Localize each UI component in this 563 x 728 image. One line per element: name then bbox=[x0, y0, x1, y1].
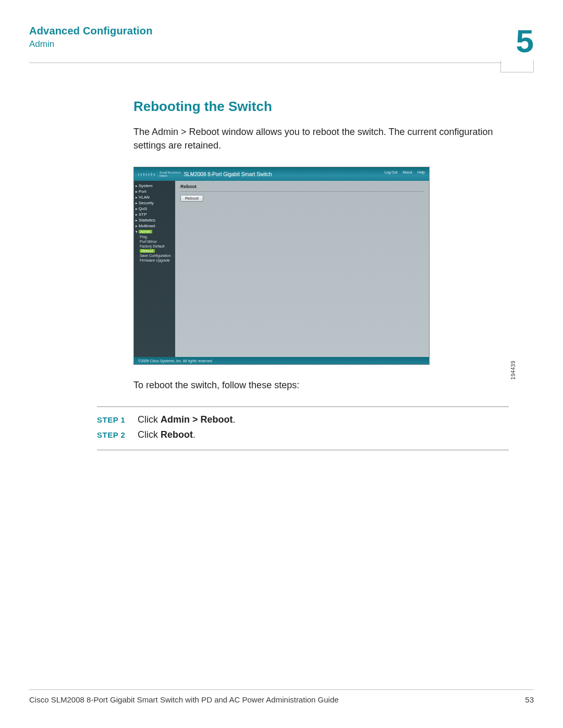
nav-sub-item[interactable]: Port Mirror bbox=[136, 239, 174, 244]
nav-item[interactable]: System bbox=[136, 183, 174, 189]
nav-item[interactable]: QoS bbox=[136, 206, 174, 212]
nav-sub-item[interactable]: Ping bbox=[136, 235, 174, 239]
embedded-screenshot: ıılıılı Small Business cisco SLM2008 8-P… bbox=[133, 167, 430, 365]
brand-logo-text: cisco bbox=[160, 174, 181, 177]
step-row: STEP 1 Click Admin > Reboot. bbox=[97, 414, 509, 425]
breadcrumb: Admin bbox=[29, 39, 153, 50]
steps-block: STEP 1 Click Admin > Reboot. STEP 2 Clic… bbox=[97, 406, 509, 450]
page-number: 53 bbox=[525, 695, 534, 704]
step-text: Click Reboot. bbox=[138, 429, 195, 440]
step-label: STEP 2 bbox=[97, 430, 138, 439]
step-text: Click Admin > Reboot. bbox=[138, 414, 236, 425]
reboot-button[interactable]: Reboot bbox=[180, 195, 203, 202]
nav-item[interactable]: Statistics bbox=[136, 217, 174, 223]
nav-sub-item[interactable]: Firmware Upgrade bbox=[136, 258, 174, 263]
nav-sub-item[interactable]: Factory Default bbox=[136, 244, 174, 249]
nav-item[interactable]: Multicast bbox=[136, 223, 174, 229]
post-image-text: To reboot the switch, follow these steps… bbox=[133, 378, 509, 392]
steps-rule-top bbox=[97, 406, 509, 407]
nav-item[interactable]: Security bbox=[136, 200, 174, 206]
main-panel: Reboot Reboot bbox=[175, 181, 429, 357]
section-intro: The Admin > Reboot window allows you to … bbox=[133, 125, 509, 152]
nav-item[interactable]: Port bbox=[136, 189, 174, 194]
nav-sub-item-reboot[interactable]: Reboot bbox=[136, 249, 174, 253]
sidebar-nav: System Port VLAN Security QoS STP Statis… bbox=[134, 181, 175, 357]
nav-item[interactable]: STP bbox=[136, 212, 174, 217]
chapter-number-box bbox=[500, 60, 534, 72]
chapter-title: Advanced Configuration bbox=[29, 25, 153, 37]
app-footer: ©2009 Cisco Systems, Inc. All rights res… bbox=[134, 357, 429, 364]
nav-item-admin[interactable]: Admin bbox=[136, 229, 174, 235]
header-rule bbox=[29, 63, 501, 63]
chapter-number: 5 bbox=[500, 25, 534, 57]
doc-title-footer: Cisco SLM2008 8-Port Gigabit Smart Switc… bbox=[29, 695, 339, 704]
cisco-logo: ıılıılı bbox=[138, 172, 156, 176]
figure-id: 194439 bbox=[510, 361, 516, 379]
step-row: STEP 2 Click Reboot. bbox=[97, 429, 509, 440]
nav-sub-item[interactable]: Save Configuration bbox=[136, 253, 174, 258]
app-header: ıılıılı Small Business cisco SLM2008 8-P… bbox=[134, 167, 429, 181]
help-link[interactable]: Help bbox=[418, 170, 425, 174]
section-title: Rebooting the Switch bbox=[133, 98, 509, 115]
nav-item[interactable]: VLAN bbox=[136, 194, 174, 200]
steps-rule-bottom bbox=[97, 450, 509, 450]
step-label: STEP 1 bbox=[97, 415, 138, 424]
about-link[interactable]: About bbox=[402, 170, 412, 174]
product-name: SLM2008 8-Port Gigabit Smart Switch bbox=[184, 171, 272, 177]
logout-link[interactable]: Log Out bbox=[384, 170, 397, 174]
panel-title: Reboot bbox=[180, 184, 424, 192]
